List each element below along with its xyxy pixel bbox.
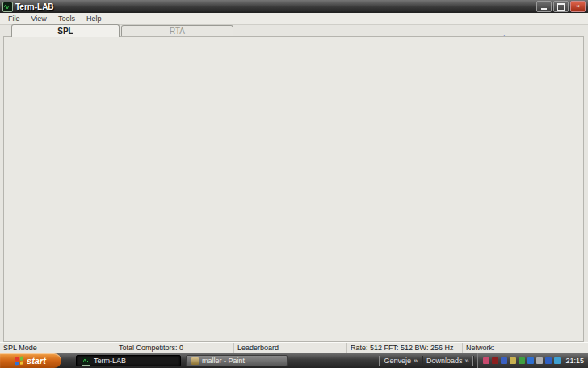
- volume-icon[interactable]: [510, 357, 516, 364]
- users-icon[interactable]: [501, 357, 507, 364]
- task-button-paint[interactable]: maller - Paint: [186, 355, 288, 366]
- toolbar-separator: [472, 356, 473, 366]
- menubar: File View Tools Help: [0, 13, 588, 25]
- taskbar-clock: 21:15: [565, 357, 584, 365]
- taskbar: start Term-LAB maller - Paint Genveje » …: [0, 353, 588, 368]
- tab-spl[interactable]: SPL: [11, 24, 120, 37]
- task-button-termlab[interactable]: Term-LAB: [76, 355, 181, 366]
- windows-flag-icon: [15, 356, 23, 365]
- menu-item-view[interactable]: View: [26, 14, 52, 23]
- chevron-icon[interactable]: »: [414, 357, 418, 365]
- messenger-icon[interactable]: [483, 357, 489, 364]
- start-label: start: [27, 356, 46, 366]
- msn-icon[interactable]: [527, 357, 534, 364]
- task-label: maller - Paint: [202, 357, 245, 365]
- toolbar-separator: [422, 356, 422, 366]
- status-rate: Rate: 512 FFT: 512 BW: 256 Hz: [347, 343, 463, 353]
- network-globe-icon[interactable]: [554, 357, 561, 364]
- menu-item-tools[interactable]: Tools: [52, 14, 81, 23]
- status-network: Network:: [463, 343, 588, 353]
- start-button[interactable]: start: [0, 353, 61, 368]
- window-title: Term-LAB: [15, 2, 54, 11]
- display-settings-icon[interactable]: [545, 357, 552, 364]
- status-competitors: Total Competitors: 0: [116, 343, 234, 353]
- tab-page: [3, 36, 584, 342]
- restore-button[interactable]: [553, 1, 569, 12]
- close-button[interactable]: ×: [570, 1, 586, 12]
- system-tray: 21:15: [477, 353, 588, 368]
- toolbar-genveje[interactable]: Genveje »: [384, 357, 418, 365]
- chevron-icon[interactable]: »: [464, 357, 468, 365]
- menu-item-file[interactable]: File: [2, 14, 26, 23]
- status-leaderboard: Leaderboard: [234, 343, 347, 353]
- toolbar-separator: [379, 356, 380, 366]
- alert-icon[interactable]: [492, 357, 498, 364]
- task-label: Term-LAB: [94, 357, 126, 365]
- titlebar: Term-LAB ×: [0, 0, 588, 13]
- status-bar: SPL Mode Total Competitors: 0 Leaderboar…: [0, 342, 588, 353]
- status-mode: SPL Mode: [0, 343, 116, 353]
- toolbar-label: Downloads: [426, 357, 463, 365]
- toolbar-downloads[interactable]: Downloads »: [426, 357, 469, 365]
- menu-item-help[interactable]: Help: [81, 14, 107, 23]
- paint-task-icon: [191, 357, 199, 365]
- toolbar-label: Genveje: [384, 357, 411, 365]
- update-icon[interactable]: [536, 357, 543, 364]
- app-icon: [2, 2, 13, 12]
- termlab-task-icon: [82, 357, 90, 366]
- tab-rta[interactable]: RTA: [121, 25, 233, 36]
- voip-icon[interactable]: [519, 357, 525, 364]
- minimize-button[interactable]: [536, 1, 552, 12]
